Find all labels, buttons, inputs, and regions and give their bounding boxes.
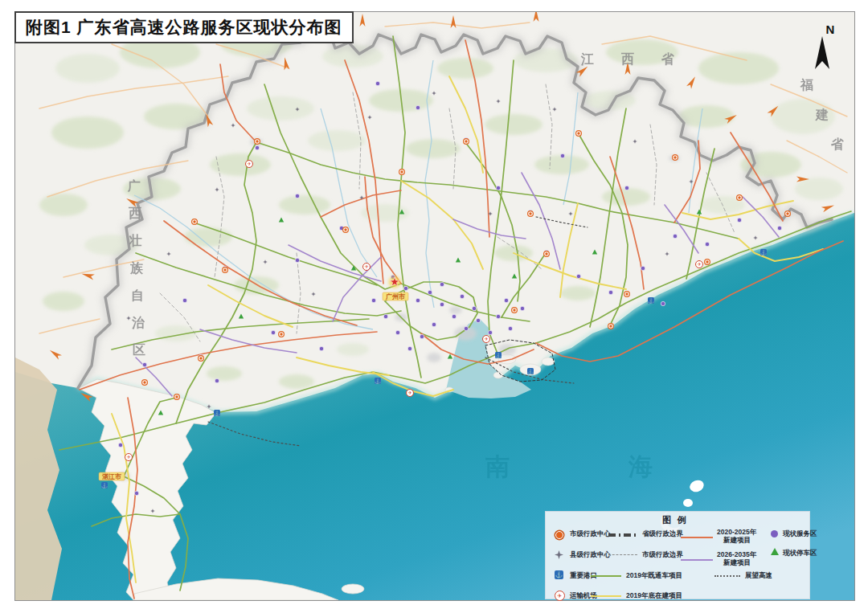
port-icon: ⚓ [555,570,563,579]
hill-shading [560,286,596,300]
city-center-marker-core [706,260,708,263]
province-label-char: 广 [127,178,141,193]
title-box: 附图1 广东省高速公路服务区现状分布图 [14,11,354,43]
hill-shading [406,139,461,158]
province-label-char: 省 [661,52,674,66]
hill-shading [234,276,279,294]
province-label-char: 西 [620,52,634,66]
city-center-marker-core [577,132,579,134]
hill-shading [698,52,779,84]
airport-plane-glyph: ✈ [364,264,368,269]
service-area-marker [407,346,411,350]
service-area-marker [737,218,741,222]
province-label-char: 省 [830,137,844,151]
legend-build-2019: 2019年底在建项目 [626,592,682,600]
hill-shading [210,153,271,176]
city-center-marker-core [625,292,628,295]
service-area-marker [295,194,299,198]
sea-label-char: 海 [628,453,653,480]
service-area-marker [496,186,500,190]
city-center-marker-core [545,252,547,255]
legend-new-2020-2025-line2: 新建项目 [723,536,751,544]
build-2019-swatch [591,595,621,597]
hill-shading [43,292,84,311]
port-anchor-glyph: ⚓ [495,353,502,359]
province-label-char: 区 [133,343,145,357]
airport-plane-glyph: ✈ [126,455,130,460]
service-area-icon [771,530,778,537]
city-center-marker-core [674,156,676,158]
legend-title: 图例 [546,514,809,526]
city-center-marker-core [513,309,515,311]
urban-area [449,306,462,314]
parking-area-icon [771,548,779,555]
port-anchor-glyph: ⚓ [101,483,108,489]
new-2026-2035-swatch [681,559,713,561]
legend-new-2020-2025: 2020-2025年 新建项目 [717,528,756,544]
hill-shading [437,58,493,79]
new-2020-2025-swatch [681,537,713,538]
city-center-marker-core [400,170,403,173]
service-area-marker [271,330,275,334]
province-label-char: 自 [131,288,144,302]
legend-city-center: 市级行政中心 [570,530,611,538]
sea-label-char: 南 [485,453,510,480]
city-center-marker-core [738,196,740,198]
figure-page: ⚓⚓⚓⚓⚓⚓⚓✈✈✈✈✈✈ 广西壮族自治区江西省福建省南海广州市湛江市 附图1 … [0,0,868,613]
province-label-char: 江 [580,52,594,66]
service-area-marker [661,301,665,305]
hill-shading [308,130,366,151]
city-center-icon [555,531,563,539]
airport-plane-glyph: ✈ [407,390,411,395]
north-arrow: N [814,22,846,70]
service-area-marker [142,362,146,366]
legend-open-2019: 2019年既通车项目 [626,572,682,580]
hill-shading [207,366,242,381]
city-center-marker-core [175,395,178,398]
municipal-boundary-swatch [608,554,637,555]
service-area-marker [560,153,564,157]
service-area-marker [508,326,512,330]
service-area-marker [395,330,399,334]
legend: 图例 市级行政中心 县级行政中心 ⚓ 重要港口 ✈ 运输机场 省级行政边界 市级… [545,511,810,599]
province-label-char: 福 [800,78,813,92]
airport-plane-glyph: ✈ [697,262,701,267]
service-area-marker [118,443,122,447]
legend-new-2020-2025-line1: 2020-2025年 [717,528,756,536]
service-area-marker [608,290,612,294]
province-label-char: 治 [131,316,145,329]
city-center-marker-core [143,381,145,383]
service-area-marker [777,226,781,230]
hill-shading [51,116,124,149]
legend-new-2026-2035-line1: 2026-2035年 [717,550,756,558]
city-center-marker-core [465,140,467,142]
city-center-marker-core [280,333,282,335]
city-center-marker-core [199,357,202,359]
provincial-boundary-swatch [608,533,637,537]
service-area-marker [403,286,407,290]
service-area-marker [452,314,456,318]
legend-service-area: 现状服务区 [783,530,817,538]
city-center-marker-core [786,212,788,215]
hill-shading [602,188,650,206]
hill-shading [279,195,330,215]
province-label-char: 壮 [129,234,142,247]
service-area-marker [504,298,508,302]
service-area-marker [472,306,476,310]
port-anchor-glyph: ⚓ [527,369,534,375]
outlook-swatch [714,575,740,577]
service-area-marker [319,346,323,350]
open-2019-swatch [591,575,621,577]
city-center-marker-core [193,220,195,223]
service-area-marker [673,234,677,238]
hill-shading [39,194,88,216]
hill-shading [247,96,314,121]
hill-shading [279,374,314,389]
service-area-marker [576,274,580,278]
city-center-marker-core [256,140,258,142]
service-area-marker [420,334,424,338]
hill-shading [485,114,542,135]
city-center-marker-core [609,325,612,327]
service-area-marker [464,326,468,330]
hill-shading [55,54,120,83]
